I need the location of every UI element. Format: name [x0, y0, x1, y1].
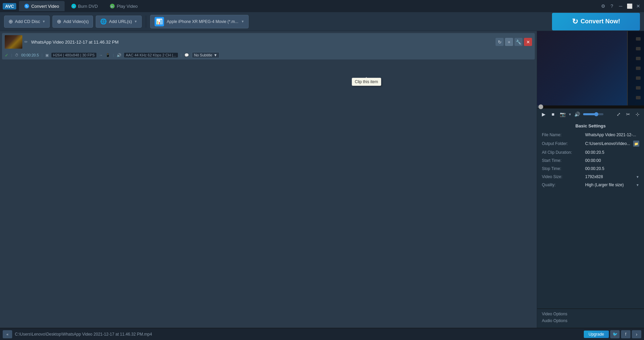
- settings-item-button[interactable]: 🔧: [514, 38, 523, 46]
- quality-label: Quality:: [542, 183, 582, 187]
- profile-selector[interactable]: 📊 Apple iPhone XR MPEG-4 Movie (*.m... ▼: [150, 15, 249, 28]
- quality-select[interactable]: High (Larger file size) ▼: [585, 183, 639, 187]
- meta-divider-3: |: [113, 53, 114, 57]
- setting-row-start: Start Time: 00:00:00: [542, 158, 639, 163]
- trim-button[interactable]: ✂: [624, 111, 632, 118]
- output-folder-label: Output Folder:: [542, 141, 582, 146]
- video-size-value: 1792x828: [585, 174, 635, 179]
- add-url-label: Add URL(s): [109, 19, 132, 24]
- browse-folder-button[interactable]: 📁: [633, 141, 639, 147]
- phone-icon: 📱: [106, 53, 110, 57]
- progress-bar-container[interactable]: [537, 105, 644, 108]
- fullscreen-button[interactable]: ⤢: [615, 111, 622, 118]
- start-time-label: Start Time:: [542, 158, 582, 163]
- meta-divider-4: |: [181, 53, 182, 57]
- help-icon[interactable]: ?: [609, 3, 615, 9]
- volume-thumb: [594, 112, 598, 116]
- audio-options-link[interactable]: Audio Options: [542, 318, 639, 323]
- tab-convert-video[interactable]: ↻ Convert Video: [19, 1, 64, 11]
- screenshot-arrow-icon: ▼: [568, 113, 572, 116]
- volume-slider[interactable]: [583, 113, 603, 115]
- all-clip-duration-label: All Clip Duration:: [542, 150, 582, 155]
- file-name-label: File Name:: [542, 132, 582, 137]
- nav-left-button[interactable]: «: [3, 330, 12, 338]
- file-path: C:\Users\Lenovo\Desktop\WhatsApp Video 2…: [15, 332, 581, 337]
- subtitle-value: No Subtitle: [194, 53, 212, 57]
- video-size-arrow-icon: ▼: [636, 175, 639, 179]
- subtitle-dropdown[interactable]: No Subtitle ▼: [192, 52, 220, 58]
- file-item-meta: ✓ | ⏱ 00:00:20.5 | ▣ H264 | 480x848 | 30…: [2, 51, 535, 59]
- play-button[interactable]: ▶: [540, 111, 547, 118]
- tab-play-video[interactable]: ▶ Play Video: [105, 1, 143, 11]
- profile-icon: 📊: [155, 17, 164, 26]
- playback-controls: ▶ ■ 📷 ▼ 🔊 ⤢ ✂ ⊹: [537, 108, 644, 120]
- add-url-button[interactable]: 🌐 Add URL(s) ▼: [96, 16, 142, 28]
- start-time-value: 00:00:00: [585, 158, 639, 163]
- video-size-select[interactable]: 1792x828 ▼: [585, 174, 639, 179]
- app-logo: AVC: [3, 3, 16, 9]
- add-url-icon: 🌐: [100, 18, 107, 25]
- edit-icon[interactable]: ✏: [24, 40, 28, 44]
- close-item-button[interactable]: ✕: [524, 38, 532, 46]
- setting-row-quality: Quality: High (Larger file size) ▼: [542, 183, 639, 187]
- crop-button[interactable]: ⊹: [634, 111, 641, 118]
- add-cd-icon: ⊕: [8, 18, 13, 25]
- stop-time-value: 00:00:20.5: [585, 166, 639, 171]
- add-video-icon: ⊕: [57, 18, 61, 25]
- file-panel: ✏ WhatsApp Video 2021-12-17 at 11.46.32 …: [0, 31, 537, 328]
- convert-icon: ↻: [24, 4, 29, 8]
- film-hole-2: [636, 47, 641, 50]
- video-options-link[interactable]: Video Options: [542, 312, 639, 316]
- file-name-value: WhatsApp Video 2021-12-...: [585, 132, 639, 137]
- refresh-item-button[interactable]: ↻: [496, 38, 504, 46]
- convert-now-button[interactable]: ↻ Convert Now!: [552, 13, 640, 30]
- clip-item-tooltip: Clip this item: [352, 78, 381, 86]
- video-codec: H264 | 480x848 | 30 FPS: [51, 53, 96, 57]
- extra-options: Video Options Audio Options: [537, 309, 644, 328]
- settings-icon[interactable]: ⚙: [600, 3, 606, 9]
- video-preview-area: [537, 31, 644, 105]
- setting-row-filename: File Name: WhatsApp Video 2021-12-...: [542, 132, 639, 137]
- meta-arrow-icon: →: [99, 53, 103, 57]
- add-item-button[interactable]: +: [505, 38, 513, 46]
- minimize-icon[interactable]: ─: [618, 3, 624, 9]
- burn-icon: ●: [71, 4, 76, 8]
- output-folder-container: C:\Users\Lenovo\Video... 📁: [585, 141, 639, 147]
- basic-settings: Basic Settings File Name: WhatsApp Video…: [537, 120, 644, 309]
- setting-row-output: Output Folder: C:\Users\Lenovo\Video... …: [542, 141, 639, 147]
- clock-icon: ⏱: [15, 53, 19, 57]
- facebook-button[interactable]: f: [621, 330, 630, 338]
- film-holes: [636, 31, 643, 105]
- file-thumbnail: [5, 35, 22, 49]
- all-clip-duration-value: 00:00:20.5: [585, 150, 639, 155]
- toolbar-separator: [146, 16, 146, 28]
- progress-thumb: [538, 104, 543, 109]
- upgrade-button[interactable]: Upgrade: [584, 331, 609, 338]
- twitter-button[interactable]: 🐦: [610, 330, 620, 338]
- tab-burn-dvd[interactable]: ● Burn DVD: [66, 1, 104, 11]
- output-folder-value: C:\Users\Lenovo\Video...: [585, 141, 632, 146]
- add-video-label: Add Video(s): [63, 19, 89, 24]
- play-icon: ▶: [110, 4, 115, 8]
- close-icon[interactable]: ✕: [635, 3, 641, 9]
- tooltip-text: Clip this item: [355, 79, 378, 84]
- add-video-button[interactable]: ⊕ Add Video(s): [52, 16, 93, 28]
- meta-divider-2: |: [42, 53, 43, 57]
- stop-button[interactable]: ■: [549, 111, 557, 118]
- audio-icon: 🔊: [117, 53, 121, 57]
- film-hole-1: [636, 37, 641, 41]
- setting-row-duration: All Clip Duration: 00:00:20.5: [542, 150, 639, 155]
- nav-right-button[interactable]: ›: [632, 330, 641, 338]
- volume-icon[interactable]: 🔊: [574, 111, 581, 118]
- file-duration: 00:00:20.5: [21, 53, 39, 57]
- titlebar-controls: ⚙ ? ─ ⬜ ✕: [600, 3, 641, 9]
- tab-play-label: Play Video: [117, 4, 138, 9]
- file-item-header: ✏ WhatsApp Video 2021-12-17 at 11.46.32 …: [2, 33, 535, 51]
- file-item: ✏ WhatsApp Video 2021-12-17 at 11.46.32 …: [2, 33, 535, 59]
- screenshot-button[interactable]: 📷: [559, 111, 566, 118]
- add-cd-button[interactable]: ⊕ Add CD Disc ▼: [4, 16, 50, 28]
- video-size-label: Video Size:: [542, 174, 582, 179]
- add-cd-arrow-icon: ▼: [42, 20, 45, 23]
- preview-panel: ▶ ■ 📷 ▼ 🔊 ⤢ ✂ ⊹ Basic Settings File Name…: [537, 31, 644, 328]
- maximize-icon[interactable]: ⬜: [626, 3, 632, 9]
